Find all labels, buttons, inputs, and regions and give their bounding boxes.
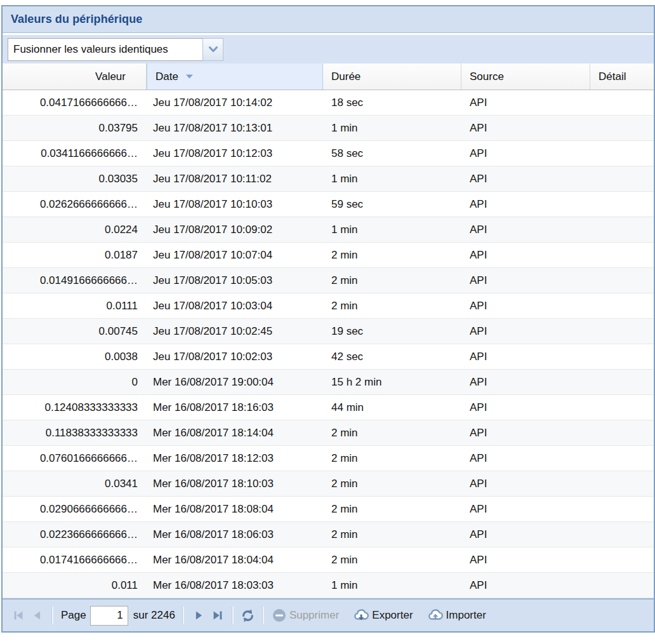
next-page-icon xyxy=(192,608,206,622)
toolbar-separator xyxy=(183,607,184,624)
table-row[interactable]: 0.0341166666666… Jeu 17/08/2017 10:12:03… xyxy=(3,141,654,166)
table-row[interactable]: 0.0111 Jeu 17/08/2017 10:03:04 2 min API xyxy=(3,293,654,319)
combobox-value[interactable]: Fusionner les valeurs identiques xyxy=(8,38,202,61)
cell-detail xyxy=(590,446,654,471)
refresh-button[interactable] xyxy=(239,605,258,626)
cell-duree: 15 h 2 min xyxy=(323,370,461,394)
cell-valeur: 0.0223666666666… xyxy=(3,522,147,547)
table-row[interactable]: 0.0417166666666… Jeu 17/08/2017 10:14:02… xyxy=(3,90,654,116)
table-row[interactable]: 0.0174166666666… Mer 16/08/2017 18:04:04… xyxy=(3,547,654,573)
table-row[interactable]: 0.03035 Jeu 17/08/2017 10:11:02 1 min AP… xyxy=(3,166,654,192)
table-row[interactable]: 0.00745 Jeu 17/08/2017 10:02:45 19 sec A… xyxy=(3,319,654,344)
delete-button[interactable]: Supprimer xyxy=(269,605,341,626)
table-row[interactable]: 0.0149166666666… Jeu 17/08/2017 10:05:03… xyxy=(3,268,654,293)
toolbar-separator xyxy=(232,607,234,624)
cell-duree: 1 min xyxy=(323,166,461,191)
table-row[interactable]: 0.0187 Jeu 17/08/2017 10:07:04 2 min API xyxy=(3,243,654,268)
merge-values-combobox[interactable]: Fusionner les valeurs identiques xyxy=(8,38,223,61)
column-header-date[interactable]: Date xyxy=(147,64,323,90)
last-page-icon xyxy=(211,608,225,622)
cell-detail xyxy=(590,90,654,115)
cell-duree: 44 min xyxy=(323,395,461,420)
column-header-source[interactable]: Source xyxy=(461,64,590,90)
cell-date: Jeu 17/08/2017 10:10:03 xyxy=(147,192,323,217)
import-button-label: Importer xyxy=(446,609,486,622)
cell-date: Mer 16/08/2017 18:16:03 xyxy=(147,395,323,420)
table-row[interactable]: 0.0262666666666… Jeu 17/08/2017 10:10:03… xyxy=(3,192,654,217)
cell-valeur: 0.0341 xyxy=(3,471,147,496)
cell-duree: 42 sec xyxy=(323,344,461,369)
cell-detail xyxy=(590,370,654,394)
cell-duree: 2 min xyxy=(323,522,461,547)
cell-duree: 2 min xyxy=(323,497,461,521)
cell-source: API xyxy=(461,141,590,166)
table-row[interactable]: 0.0224 Jeu 17/08/2017 10:09:02 1 min API xyxy=(3,217,654,243)
cell-duree: 1 min xyxy=(323,217,461,242)
cell-date: Jeu 17/08/2017 10:02:03 xyxy=(147,344,323,369)
cell-source: API xyxy=(461,420,590,445)
column-header-duree[interactable]: Durée xyxy=(323,64,461,90)
cell-source: API xyxy=(461,370,590,394)
cell-detail xyxy=(590,497,654,521)
cell-detail xyxy=(590,344,654,369)
table-row[interactable]: 0.11838333333333 Mer 16/08/2017 18:14:04… xyxy=(3,420,654,446)
cell-source: API xyxy=(461,547,590,572)
cell-date: Jeu 17/08/2017 10:12:03 xyxy=(147,141,323,166)
table-row[interactable]: 0.0038 Jeu 17/08/2017 10:02:03 42 sec AP… xyxy=(3,344,654,370)
cell-date: Mer 16/08/2017 18:12:03 xyxy=(147,446,323,471)
paging-toolbar: Page sur 2246 xyxy=(3,598,654,631)
grid-header: Valeur Date Durée Source Détail xyxy=(3,64,654,90)
table-row[interactable]: 0.0290666666666… Mer 16/08/2017 18:08:04… xyxy=(3,497,654,522)
cell-source: API xyxy=(461,573,590,598)
cell-duree: 1 min xyxy=(323,116,461,140)
table-row[interactable]: 0.03795 Jeu 17/08/2017 10:13:01 1 min AP… xyxy=(3,116,654,141)
next-page-button[interactable] xyxy=(189,605,208,626)
cell-valeur: 0 xyxy=(3,370,147,394)
cell-valeur: 0.0149166666666… xyxy=(3,268,147,293)
device-values-panel: Valeurs du périphérique Fusionner les va… xyxy=(1,5,655,633)
table-row[interactable]: 0.0341 Mer 16/08/2017 18:10:03 2 min API xyxy=(3,471,654,497)
column-header-detail[interactable]: Détail xyxy=(590,64,654,90)
export-button-label: Exporter xyxy=(372,609,413,622)
combobox-trigger-button[interactable] xyxy=(202,38,223,61)
cell-valeur: 0.0174166666666… xyxy=(3,547,147,572)
cell-date: Jeu 17/08/2017 10:11:02 xyxy=(147,166,323,191)
cell-duree: 1 min xyxy=(323,573,461,598)
cell-source: API xyxy=(461,192,590,217)
cell-valeur: 0.00745 xyxy=(3,319,147,344)
cloud-download-icon xyxy=(353,608,369,622)
cell-duree: 59 sec xyxy=(323,192,461,217)
first-page-button[interactable] xyxy=(9,605,28,626)
column-header-valeur[interactable]: Valeur xyxy=(3,64,147,90)
cell-source: API xyxy=(461,497,590,521)
toolbar-separator xyxy=(52,607,53,624)
page-number-input[interactable] xyxy=(90,606,128,626)
chevron-down-icon xyxy=(208,46,218,53)
previous-page-button[interactable] xyxy=(28,605,47,626)
cell-duree: 2 min xyxy=(323,420,461,445)
cell-date: Jeu 17/08/2017 10:05:03 xyxy=(147,268,323,293)
table-row[interactable]: 0.12408333333333 Mer 16/08/2017 18:16:03… xyxy=(3,395,654,420)
refresh-icon xyxy=(241,608,255,623)
table-row[interactable]: 0 Mer 16/08/2017 19:00:04 15 h 2 min API xyxy=(3,370,654,395)
cloud-upload-icon xyxy=(427,608,444,622)
export-button[interactable]: Exporter xyxy=(350,605,415,626)
device-values-screen: Valeurs du périphérique Fusionner les va… xyxy=(0,0,655,644)
cell-source: API xyxy=(461,344,590,369)
sort-desc-icon xyxy=(186,74,193,79)
cell-source: API xyxy=(461,293,590,318)
cell-source: API xyxy=(461,522,590,547)
last-page-button[interactable] xyxy=(208,605,227,626)
column-label: Source xyxy=(470,70,504,83)
cell-source: API xyxy=(461,166,590,191)
cell-detail xyxy=(590,522,654,547)
cell-valeur: 0.0187 xyxy=(3,243,147,267)
table-row[interactable]: 0.0223666666666… Mer 16/08/2017 18:06:03… xyxy=(3,522,654,547)
import-button[interactable]: Importer xyxy=(425,605,489,626)
cell-duree: 19 sec xyxy=(323,319,461,344)
column-label: Détail xyxy=(599,70,626,83)
grid-body: 0.0417166666666… Jeu 17/08/2017 10:14:02… xyxy=(3,90,654,598)
page-count-label: sur 2246 xyxy=(133,609,175,622)
table-row[interactable]: 0.011 Mer 16/08/2017 18:03:03 1 min API xyxy=(3,573,654,598)
table-row[interactable]: 0.0760166666666… Mer 16/08/2017 18:12:03… xyxy=(3,446,654,471)
